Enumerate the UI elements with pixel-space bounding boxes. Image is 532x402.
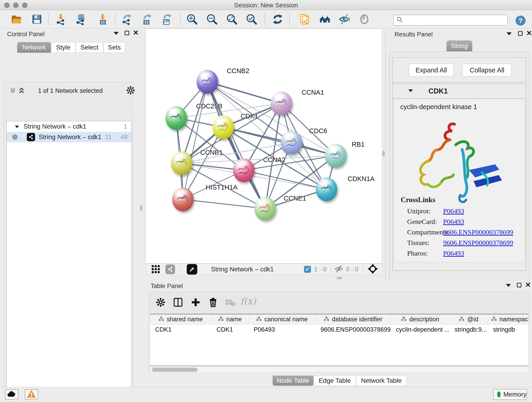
network-node-ccnb2[interactable] [196,70,218,94]
network-node-ccnb1[interactable] [171,151,192,175]
tab-network-table[interactable]: Network Table [356,376,407,386]
tab-edge-table[interactable]: Edge Table [313,376,356,386]
control-panel-menu-icon[interactable] [114,32,119,35]
tab-network[interactable]: Network [17,42,51,53]
string-style-icon[interactable] [165,264,175,274]
tree-expander-icon[interactable] [14,123,19,130]
control-panel-close-icon[interactable]: ✕ [133,31,139,35]
table-gear-icon[interactable] [154,296,167,309]
network-node-ccna2[interactable] [233,158,254,182]
crosslink-value-link[interactable]: P06493 [443,249,464,257]
column-header-description[interactable]: description [391,314,450,324]
column-header-label[interactable]: namespace [500,316,529,323]
column-header-database-identifier[interactable]: database identifier [316,314,391,324]
tab-select[interactable]: Select [76,42,103,53]
table-row[interactable]: CDK1CDK1P064939606.ENSP00000378699cyclin… [150,325,529,335]
results-panel-menu-icon[interactable] [507,32,512,35]
table-panel-float-icon[interactable] [517,283,521,287]
table-panel-close-icon[interactable]: ✕ [525,283,531,287]
documents-share-icon[interactable] [298,13,311,26]
network-collection-row[interactable]: String Network – cdk1 1 [7,121,131,132]
results-panel-close-icon[interactable]: ✕ [526,31,532,36]
memory-button[interactable]: Memory [493,389,527,400]
selected-checkbox-icon[interactable]: ✓ [304,266,311,273]
network-node-cdc25b[interactable] [165,106,187,130]
export-network-icon[interactable] [120,13,133,26]
node-table[interactable]: shared namenamecanonical namedatabase id… [150,314,529,366]
pan-crosshair-icon[interactable] [368,264,378,275]
gene-section-header[interactable]: CDK1 [393,84,526,99]
import-table-icon[interactable] [96,13,109,26]
section-collapse-icon[interactable] [408,89,413,94]
collapse-all-button[interactable]: Collapse All [462,64,512,77]
network-node-rb1[interactable] [325,144,346,167]
column-header-label[interactable]: shared name [167,316,203,323]
table-cell[interactable]: stringdb [488,325,529,335]
crosslink-value-link[interactable]: 9606.ENSP00000378699 [443,239,513,247]
column-header-label[interactable]: name [226,316,242,323]
column-header-canonical-name[interactable]: canonical name [249,314,316,324]
column-header-label[interactable]: canonical name [264,316,308,323]
delete-icon[interactable] [207,296,220,309]
network-node-ccne1[interactable] [254,197,276,220]
table-cell[interactable]: cyclin-dependent ... [391,325,450,335]
table-hscrollbar[interactable] [150,367,529,372]
expand-all-icon[interactable] [18,87,25,95]
add-icon[interactable] [189,296,202,309]
network-canvas[interactable]: CCNB2 CCNA1 CDC25B CDK1 CDC6 [146,28,382,264]
column-header-label[interactable]: @id [467,316,478,323]
gear-icon[interactable] [126,86,135,96]
help-icon[interactable]: ? [515,15,526,27]
zoom-out-icon[interactable] [206,13,218,26]
hidden-eye-icon[interactable] [335,265,343,274]
crosslink-value-link[interactable]: 9606.ENSP00000378699 [443,228,513,236]
import-database-icon[interactable] [74,13,87,26]
zoom-fit-icon[interactable] [225,13,238,26]
table-cell[interactable]: 9606.ENSP00000378699 [316,325,391,335]
column-header-namespace[interactable]: namespace [488,314,529,324]
export-image-icon[interactable] [160,13,173,26]
collapse-all-icon[interactable] [9,87,17,95]
homes-icon[interactable] [318,13,331,26]
tab-style[interactable]: Style [51,42,76,53]
table-cell[interactable]: P06493 [249,325,316,335]
network-node-cdk1[interactable] [212,115,234,139]
table-cell[interactable]: CDK1 [211,325,249,335]
crosslink-value-link[interactable]: P06493 [443,207,464,215]
tab-node-table[interactable]: Node Table [273,376,313,386]
search-input[interactable] [403,17,502,24]
column-header-label[interactable]: description [409,316,439,323]
network-row[interactable]: String Network – cdk1 11 48 [7,132,131,142]
import-network-icon[interactable] [54,13,67,26]
save-icon[interactable] [31,13,43,26]
columns-icon[interactable] [172,296,184,309]
column-header-name[interactable]: name [211,314,249,324]
left-splitter-handle[interactable] [140,205,142,211]
table-panel-menu-icon[interactable] [506,284,511,287]
warning-button[interactable] [25,389,38,400]
zoom-in-icon[interactable] [186,13,198,26]
cloud-button[interactable] [5,389,18,400]
control-panel-float-icon[interactable] [125,31,129,35]
network-node-cdc6[interactable] [281,131,302,154]
export-table-icon[interactable] [140,13,153,26]
column-header--id[interactable]: @id [450,314,488,324]
open-folder-icon[interactable] [10,13,23,26]
table-cell[interactable]: CDK1 [150,325,211,335]
network-node-cdkn1a[interactable] [316,177,337,201]
results-panel-float-icon[interactable] [518,31,523,36]
tab-sets[interactable]: Sets [103,42,125,53]
right-splitter-handle[interactable] [382,151,385,156]
refresh-icon[interactable] [271,13,284,26]
crosslink-value-link[interactable]: P06493 [443,218,464,225]
grid-view-icon[interactable] [151,264,160,274]
bottom-splitter-handle[interactable] [336,277,342,279]
eye-hide-icon[interactable] [338,13,351,26]
network-node-ccna1[interactable] [271,91,292,115]
expand-all-button[interactable]: Expand All [409,64,454,77]
zoom-selected-icon[interactable] [245,13,258,26]
column-header-shared-name[interactable]: shared name [150,314,211,324]
network-node-hist1h1a[interactable] [172,187,194,211]
hscrollbar-thumb[interactable] [152,368,198,372]
column-header-label[interactable]: database identifier [332,316,383,323]
